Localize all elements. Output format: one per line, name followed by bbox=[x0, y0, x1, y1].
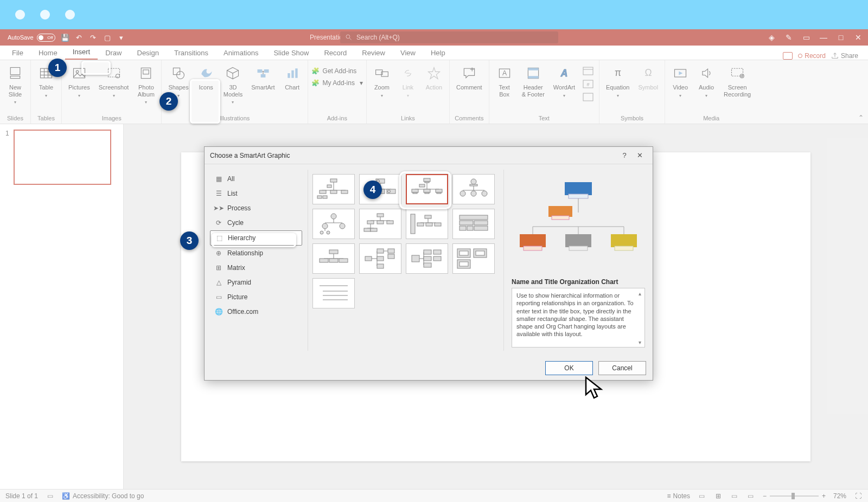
screen-recording-button[interactable]: Screen Recording bbox=[720, 62, 754, 100]
slide-thumbnail[interactable] bbox=[14, 130, 111, 185]
cat-list[interactable]: ☰List bbox=[210, 186, 302, 201]
text-box-button[interactable]: A Text Box bbox=[493, 62, 516, 100]
tab-animations[interactable]: Animations bbox=[216, 47, 266, 60]
comment-button[interactable]: Comment bbox=[453, 62, 486, 93]
cat-all[interactable]: ▦All bbox=[210, 172, 302, 186]
svg-rect-113 bbox=[474, 221, 488, 225]
slide-number-icon[interactable]: # bbox=[583, 80, 593, 88]
tab-home[interactable]: Home bbox=[31, 47, 65, 60]
wordart-button[interactable]: A WordArt▾ bbox=[550, 62, 578, 100]
coming-soon-icon[interactable]: ✎ bbox=[784, 33, 793, 42]
layout-hierarchy[interactable] bbox=[359, 209, 401, 239]
maximize-icon[interactable]: □ bbox=[837, 33, 845, 42]
record-button[interactable]: Record bbox=[798, 52, 826, 60]
new-slide-button[interactable]: New Slide▾ bbox=[3, 62, 27, 107]
get-addins-button[interactable]: 🧩Get Add-ins bbox=[311, 67, 363, 75]
ok-button[interactable]: OK bbox=[545, 361, 593, 375]
cat-office[interactable]: 🌐Office.com bbox=[210, 305, 302, 319]
svg-rect-121 bbox=[329, 259, 338, 262]
svg-rect-22 bbox=[288, 73, 290, 78]
layout-hierarchy-2[interactable] bbox=[312, 243, 355, 274]
collapse-ribbon-icon[interactable]: ⌃ bbox=[858, 114, 864, 121]
layout-half-circle-org-chart[interactable] bbox=[452, 174, 495, 204]
tab-review[interactable]: Review bbox=[354, 47, 393, 60]
present-from-beginning-icon[interactable]: ▢ bbox=[103, 33, 112, 42]
layout-horizontal-hierarchy[interactable] bbox=[452, 243, 495, 274]
audio-button[interactable]: Audio▾ bbox=[694, 62, 718, 100]
zoom-thumb[interactable] bbox=[792, 493, 795, 499]
layout-labeled-hierarchy[interactable] bbox=[406, 209, 448, 239]
scroll-down-icon[interactable]: ▾ bbox=[636, 338, 643, 346]
zoom-level[interactable]: 72% bbox=[833, 492, 846, 500]
tab-record[interactable]: Record bbox=[316, 47, 354, 60]
slide-sorter-icon[interactable]: ⊞ bbox=[714, 492, 723, 500]
close-button[interactable]: ✕ bbox=[632, 149, 647, 162]
slide-indicator[interactable]: Slide 1 of 1 bbox=[5, 492, 38, 500]
layout-horizontal-org-chart[interactable] bbox=[359, 243, 401, 274]
language-icon[interactable]: ▭ bbox=[46, 492, 54, 500]
minimize-icon[interactable]: ― bbox=[819, 33, 828, 42]
tab-help[interactable]: Help bbox=[423, 47, 453, 60]
layout-circle-picture-hierarchy[interactable] bbox=[312, 209, 355, 239]
zoom-button[interactable]: Zoom▾ bbox=[370, 62, 394, 100]
zoom-track[interactable] bbox=[770, 495, 819, 497]
chart-button[interactable]: Chart bbox=[280, 62, 304, 93]
tab-design[interactable]: Design bbox=[130, 47, 167, 60]
cat-process[interactable]: ➤➤Process bbox=[210, 201, 302, 215]
cat-picture[interactable]: ▭Picture bbox=[210, 290, 302, 304]
scroll-up-icon[interactable]: ▴ bbox=[636, 289, 643, 297]
layout-org-chart[interactable] bbox=[312, 174, 355, 204]
help-button[interactable]: ? bbox=[617, 149, 632, 162]
equation-button[interactable]: π Equation▾ bbox=[603, 62, 633, 100]
save-icon[interactable]: 💾 bbox=[61, 33, 69, 42]
zoom-out-icon[interactable]: − bbox=[763, 492, 767, 500]
zoom-in-icon[interactable]: + bbox=[822, 492, 826, 500]
cat-relationship[interactable]: ⊕Relationship bbox=[210, 246, 302, 260]
tab-file[interactable]: File bbox=[4, 47, 31, 60]
my-addins-button[interactable]: 🧩My Add-ins▾ bbox=[311, 79, 363, 87]
redo-icon[interactable]: ↷ bbox=[89, 33, 98, 42]
slide-thumbnail-row[interactable]: 1 bbox=[5, 130, 118, 185]
tab-insert[interactable]: Insert bbox=[65, 46, 98, 60]
cat-pyramid[interactable]: △Pyramid bbox=[210, 275, 302, 289]
comments-pane-icon[interactable] bbox=[783, 52, 793, 60]
layout-hierarchy-list[interactable] bbox=[406, 243, 448, 274]
link-button[interactable]: Link▾ bbox=[396, 62, 420, 100]
close-icon[interactable]: ✕ bbox=[854, 33, 863, 42]
undo-icon[interactable]: ↶ bbox=[75, 33, 84, 42]
accessibility-status[interactable]: ♿Accessibility: Good to go bbox=[62, 492, 144, 500]
object-icon[interactable] bbox=[583, 93, 593, 101]
photo-album-button[interactable]: Photo Album▾ bbox=[134, 62, 158, 107]
layout-table-hierarchy[interactable] bbox=[452, 209, 495, 239]
normal-view-icon[interactable]: ▭ bbox=[698, 492, 706, 500]
tab-draw[interactable]: Draw bbox=[98, 47, 129, 60]
share-button[interactable]: Share bbox=[831, 52, 858, 60]
autosave-toggle[interactable]: AutoSave Off bbox=[8, 34, 55, 42]
symbol-button[interactable]: Ω Symbol bbox=[635, 62, 661, 93]
search-input[interactable]: Search (Alt+Q) bbox=[340, 31, 558, 43]
tab-slide-show[interactable]: Slide Show bbox=[266, 47, 316, 60]
cat-matrix[interactable]: ⊞Matrix bbox=[210, 261, 302, 275]
qat-more-icon[interactable]: ▾ bbox=[117, 33, 126, 42]
slideshow-icon[interactable]: ▭ bbox=[746, 492, 755, 500]
action-button[interactable]: Action bbox=[422, 62, 446, 93]
3d-models-button[interactable]: 3D Models▾ bbox=[220, 62, 246, 107]
cat-cycle[interactable]: ⟳Cycle bbox=[210, 216, 302, 230]
notes-button[interactable]: ≡Notes bbox=[667, 492, 690, 500]
cancel-button[interactable]: Cancel bbox=[598, 361, 646, 375]
tab-view[interactable]: View bbox=[393, 47, 423, 60]
video-button[interactable]: Video▾ bbox=[668, 62, 692, 100]
ribbon-display-icon[interactable]: ▭ bbox=[802, 33, 810, 42]
tab-transitions[interactable]: Transitions bbox=[167, 47, 216, 60]
group-label: Tables bbox=[37, 114, 55, 123]
fit-to-window-icon[interactable]: ⛶ bbox=[854, 492, 863, 500]
reading-view-icon[interactable]: ▭ bbox=[730, 492, 739, 500]
slide-thumbnails-panel[interactable]: 1 bbox=[0, 124, 124, 489]
header-footer-button[interactable]: Header & Footer bbox=[519, 62, 548, 100]
diamond-icon[interactable]: ◈ bbox=[767, 33, 776, 42]
date-time-icon[interactable] bbox=[583, 67, 593, 75]
zoom-slider[interactable]: − + bbox=[763, 492, 826, 500]
autosave-pill[interactable]: Off bbox=[37, 34, 55, 42]
smartart-button[interactable]: SmartArt bbox=[248, 62, 278, 93]
layout-lined-list[interactable] bbox=[312, 278, 355, 308]
